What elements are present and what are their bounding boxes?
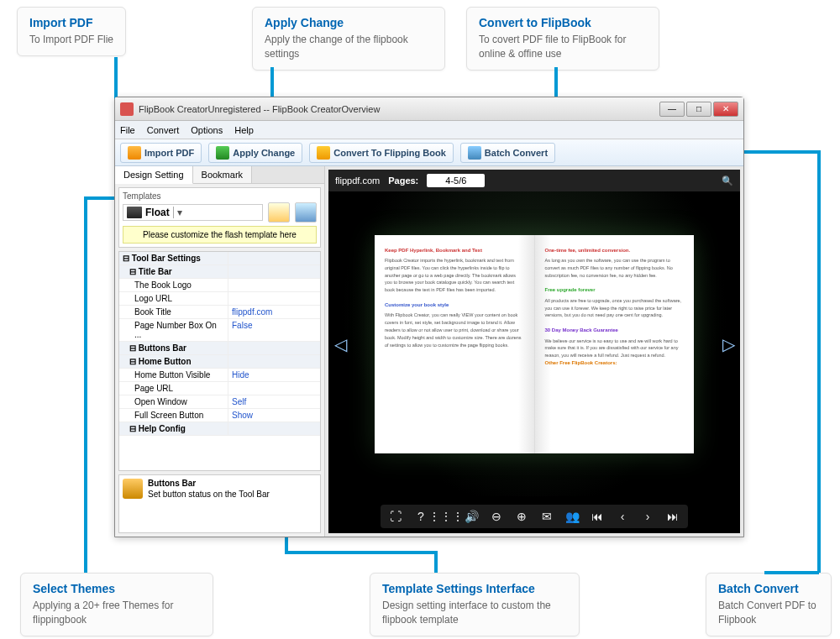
templates-row: Float ▾ (123, 202, 317, 223)
property-grid[interactable]: ⊟ Tool Bar Settings⊟ Title BarThe Book L… (118, 251, 321, 471)
first-page-icon[interactable]: ⏮ (591, 510, 604, 523)
property-key: ⊟ Home Button (119, 355, 228, 368)
template-edit-button[interactable] (268, 202, 290, 223)
property-row[interactable]: ⊟ Help Config (119, 422, 320, 436)
template-note: Please customize the flash template here (123, 226, 317, 244)
property-row[interactable]: Full Screen ButtonShow (119, 409, 320, 422)
preview-toolbar: ⛶ ? ⋮⋮⋮ 🔊 ⊖ ⊕ ✉ 👥 ⏮ ‹ › ⏭ (381, 505, 688, 528)
btn-label: Batch Convert (485, 148, 548, 158)
property-key: ⊟ Tool Bar Settings (119, 252, 228, 265)
property-value[interactable] (228, 252, 320, 265)
property-row[interactable]: ⊟ Title Bar (119, 265, 320, 279)
next-icon[interactable]: › (641, 510, 654, 523)
property-row[interactable]: The Book Logo (119, 279, 320, 292)
property-value[interactable]: Self (228, 395, 320, 408)
menu-convert[interactable]: Convert (147, 125, 180, 135)
next-page-button[interactable]: ▷ (720, 332, 737, 357)
book-icon (127, 207, 142, 218)
callout-title: Convert to FlipBook (479, 16, 647, 29)
property-value[interactable] (228, 265, 320, 278)
chevron-down-icon: ▾ (173, 207, 182, 218)
titlebar: FlipBook CreatorUnregistered -- FlipBook… (115, 97, 743, 121)
callout-title: Batch Convert (718, 582, 819, 595)
templates-box: Templates Float ▾ Please customize the f… (118, 187, 321, 248)
callout-desc: To Import PDF Flie (29, 33, 113, 47)
callout-title: Import PDF (29, 16, 113, 29)
connector (764, 571, 819, 574)
property-value[interactable]: Show (228, 409, 320, 422)
sound-icon[interactable]: 🔊 (465, 510, 478, 523)
help-icon[interactable]: ? (414, 510, 428, 523)
property-key: Home Button Visible (119, 369, 228, 381)
minimize-button[interactable]: — (659, 102, 685, 117)
search-icon[interactable]: 🔍 (722, 175, 733, 186)
settings-tabs: Design Setting Bookmark (115, 166, 324, 184)
callout-desc: Apply the change of the flipbook setting… (265, 33, 433, 61)
close-button[interactable]: ✕ (713, 102, 738, 117)
btn-label: Convert To Flipping Book (333, 148, 446, 158)
property-row[interactable]: Home Button VisibleHide (119, 369, 320, 382)
body-text: Flipbook Creator imports the hyperlink, … (385, 257, 524, 294)
heading: 30 Day Money Back Guarantee (545, 327, 685, 335)
property-value[interactable] (228, 279, 320, 291)
pages-input[interactable]: 4-5/6 (427, 174, 485, 187)
property-row[interactable]: Page URL (119, 382, 320, 395)
template-import-button[interactable] (295, 202, 317, 223)
btn-label: Import PDF (144, 148, 194, 158)
apply-change-button[interactable]: Apply Change (208, 143, 302, 163)
property-key: Open Window (119, 395, 228, 408)
tab-design-setting[interactable]: Design Setting (115, 166, 193, 184)
theme-name: Float (145, 207, 170, 218)
property-row[interactable]: ⊟ Tool Bar Settings (119, 252, 320, 265)
property-value[interactable]: False (228, 319, 320, 341)
fullscreen-icon[interactable]: ⛶ (389, 510, 402, 523)
property-row[interactable]: Logo URL (119, 292, 320, 306)
prev-page-button[interactable]: ◁ (332, 332, 349, 357)
property-value[interactable] (228, 382, 320, 395)
property-row[interactable]: Page Number Box On ...False (119, 319, 320, 342)
desc-icon (123, 479, 143, 499)
tab-bookmark[interactable]: Bookmark (193, 166, 253, 183)
property-key: Logo URL (119, 292, 228, 305)
book-viewport: ◁ Keep PDF Hyperlink, Bookmark and Text … (328, 191, 740, 496)
last-page-icon[interactable]: ⏭ (666, 510, 680, 523)
thumbnails-icon[interactable]: ⋮⋮⋮ (439, 510, 453, 523)
zoom-in-icon[interactable]: ⊕ (515, 510, 528, 523)
menu-file[interactable]: File (120, 125, 135, 135)
connector (434, 551, 438, 573)
maximize-button[interactable]: □ (686, 102, 711, 117)
callout-apply-change: Apply Change Apply the change of the fli… (252, 7, 445, 71)
batch-convert-button[interactable]: Batch Convert (460, 143, 555, 163)
property-value[interactable] (228, 355, 320, 368)
zoom-out-icon[interactable]: ⊖ (490, 510, 503, 523)
flipbook[interactable]: Keep PDF Hyperlink, Bookmark and Text Fl… (375, 235, 694, 453)
property-value[interactable]: flippdf.com (228, 306, 320, 318)
property-value[interactable] (228, 422, 320, 435)
property-value[interactable] (228, 342, 320, 354)
menu-help[interactable]: Help (234, 125, 254, 135)
property-row[interactable]: ⊟ Home Button (119, 355, 320, 369)
property-row[interactable]: Book Titleflippdf.com (119, 306, 320, 319)
convert-flipbook-button[interactable]: Convert To Flipping Book (309, 143, 454, 163)
window-controls: — □ ✕ (659, 102, 738, 117)
templates-label: Templates (123, 191, 317, 201)
body-text: All products are free to upgrade, once y… (545, 297, 685, 319)
theme-selector[interactable]: Float ▾ (123, 204, 263, 221)
callout-template-settings: Template Settings Interface Design setti… (370, 573, 580, 636)
menu-options[interactable]: Options (191, 125, 223, 135)
window-title: FlipBook CreatorUnregistered -- FlipBook… (139, 104, 659, 114)
import-pdf-button[interactable]: Import PDF (120, 143, 202, 163)
menubar: File Convert Options Help (115, 121, 743, 139)
share-icon[interactable]: 👥 (565, 510, 579, 523)
body-text: With Flipbook Creator, you can really VI… (385, 312, 524, 348)
heading: Other Free FlipBook Creators: (545, 359, 685, 368)
property-value[interactable] (228, 292, 320, 305)
property-value[interactable]: Hide (228, 369, 320, 381)
property-row[interactable]: Open WindowSelf (119, 395, 320, 409)
property-row[interactable]: ⊟ Buttons Bar (119, 342, 320, 355)
property-key: The Book Logo (119, 279, 228, 291)
email-icon[interactable]: ✉ (540, 510, 554, 523)
callout-desc: Design setting interface to custom the f… (382, 599, 567, 627)
settings-panel: Design Setting Bookmark Templates Float … (115, 166, 325, 537)
prev-icon[interactable]: ‹ (616, 510, 629, 523)
